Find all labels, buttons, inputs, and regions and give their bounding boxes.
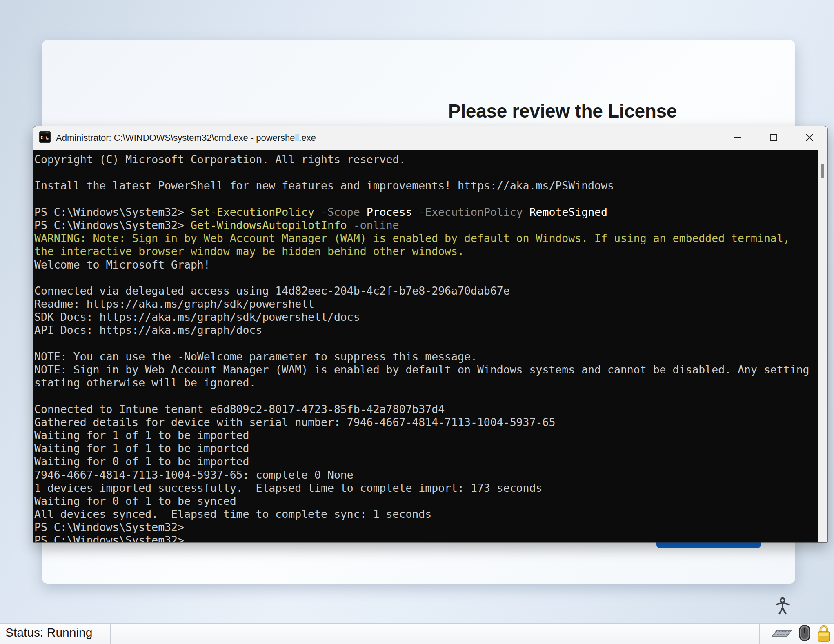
minimize-button[interactable] (720, 126, 756, 150)
console-line: API Docs: https://aka.ms/graph/docs (34, 324, 818, 337)
cmd-icon: C:\ (39, 131, 51, 144)
console-line: Connected to Intune tenant e6d809c2-8017… (34, 403, 818, 416)
statusbar-divider (110, 624, 111, 644)
console-line (34, 166, 818, 179)
console-line: Welcome to Microsoft Graph! (34, 258, 818, 271)
vm-status-bar: Status: Running (0, 623, 834, 644)
accessibility-button[interactable] (773, 597, 792, 616)
statusbar-icons (771, 624, 831, 644)
console-line: stating otherwise will be ignored. (34, 376, 818, 389)
console-line (34, 271, 818, 284)
console-line: Waiting for 0 of 1 to be synced (34, 495, 818, 508)
console-line (34, 337, 818, 350)
console[interactable]: Copyright (C) Microsoft Corporation. All… (33, 150, 818, 542)
console-line: 1 devices imported successfully. Elapsed… (34, 482, 818, 495)
close-button[interactable] (792, 126, 827, 150)
accessibility-icon (773, 611, 792, 617)
console-line (34, 389, 818, 402)
console-line: Copyright (C) Microsoft Corporation. All… (34, 153, 818, 166)
console-line: Waiting for 1 of 1 to be imported (34, 442, 818, 455)
status-label: Status: Running (5, 626, 92, 640)
console-line: Waiting for 1 of 1 to be imported (34, 429, 818, 442)
console-line: SDK Docs: https://aka.ms/graph/sdk/power… (34, 311, 818, 324)
console-line: PS C:\Windows\System32> (34, 521, 818, 534)
window-controls (720, 126, 827, 150)
lock-icon (817, 624, 831, 644)
maximize-icon (769, 133, 778, 143)
console-line (34, 193, 818, 206)
keyboard-icon (771, 628, 792, 640)
console-line: Waiting for 0 of 1 to be imported (34, 455, 818, 468)
mouse-icon (798, 624, 811, 644)
console-line: Connected via delegated access using 14d… (34, 284, 818, 298)
close-icon (805, 133, 814, 143)
minimize-icon (733, 133, 742, 143)
terminal-titlebar[interactable]: C:\ Administrator: C:\WINDOWS\system32\c… (33, 126, 827, 150)
terminal-window: C:\ Administrator: C:\WINDOWS\system32\c… (33, 126, 827, 542)
console-line: Gathered details for device with serial … (34, 416, 818, 429)
console-line: the interactive browser window may be hi… (34, 245, 818, 258)
console-scrollbar[interactable] (818, 150, 827, 542)
statusbar-divider (759, 624, 760, 644)
console-line: 7946-4667-4814-7113-1004-5937-65: comple… (34, 469, 818, 482)
console-line: All devices synced. Elapsed time to comp… (34, 508, 818, 521)
scrollbar-thumb[interactable] (821, 164, 824, 178)
console-line: NOTE: Sign in by Web Account Manager (WA… (34, 363, 818, 376)
vm-console-screen: Please review the License Agreement (0, 0, 834, 644)
window-title: Administrator: C:\WINDOWS\system32\cmd.e… (56, 133, 316, 143)
console-line: WARNING: Note: Sign in by Web Account Ma… (34, 232, 818, 245)
console-line: Readme: https://aka.ms/graph/sdk/powersh… (34, 298, 818, 311)
console-line: PS C:\Windows\System32> Get-WindowsAutop… (34, 219, 818, 232)
maximize-button[interactable] (756, 126, 792, 150)
console-line: Install the latest PowerShell for new fe… (34, 179, 818, 192)
console-line: PS C:\Windows\System32> Set-ExecutionPol… (34, 206, 818, 219)
console-line: PS C:\Windows\System32> (34, 534, 818, 542)
console-line: NOTE: You can use the -NoWelcome paramet… (34, 350, 818, 363)
